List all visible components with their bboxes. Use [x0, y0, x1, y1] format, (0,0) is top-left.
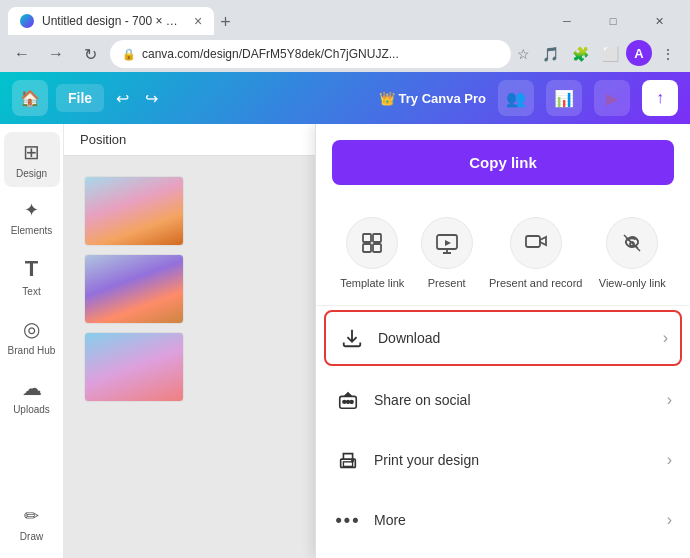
print-menu-item[interactable]: Print your design › [316, 430, 690, 490]
sidebar-item-design[interactable]: ⊞ Design [4, 132, 60, 187]
present-icon [421, 217, 473, 269]
tab-close-button[interactable]: × [194, 13, 202, 29]
tab-favicon [20, 14, 34, 28]
address-bar: ← → ↻ 🔒 canva.com/design/DAFrM5Y8dek/Ch7… [0, 36, 690, 72]
chrome-actions: 🎵 🧩 ⬜ A ⋮ [536, 40, 682, 68]
share-icon-template-link[interactable]: Template link [340, 217, 404, 289]
sidebar-item-text[interactable]: T Text [4, 248, 60, 305]
download-menu-item[interactable]: Download › [324, 310, 682, 366]
view-only-label: View-only link [599, 277, 666, 289]
share-social-chevron: › [667, 391, 672, 409]
sidebar-item-draw[interactable]: ✏ Draw [4, 497, 60, 550]
home-icon: 🏠 [20, 89, 40, 108]
address-input[interactable]: 🔒 canva.com/design/DAFrM5Y8dek/Ch7jGNUJZ… [110, 40, 511, 68]
svg-rect-3 [373, 244, 381, 252]
draw-icon: ✏ [24, 505, 39, 527]
people-button[interactable]: 👥 [498, 80, 534, 116]
try-pro-label: Try Canva Pro [399, 91, 486, 106]
chrome-menu-button[interactable]: ⋮ [654, 40, 682, 68]
window-controls: ─ □ ✕ [544, 6, 682, 36]
file-menu-button[interactable]: File [56, 84, 104, 112]
app-toolbar: 🏠 File ↩ ↪ 👑 Try Canva Pro 👥 📊 ▶ ↑ [0, 72, 690, 124]
forward-button[interactable]: → [42, 40, 70, 68]
svg-rect-2 [363, 244, 371, 252]
share-social-menu-item[interactable]: Share on social › [316, 370, 690, 430]
svg-rect-6 [526, 236, 540, 247]
share-icon: ↑ [656, 89, 664, 107]
redo-button[interactable]: ↪ [141, 85, 162, 112]
home-button[interactable]: 🏠 [12, 80, 48, 116]
close-button[interactable]: ✕ [636, 6, 682, 36]
undo-button[interactable]: ↩ [112, 85, 133, 112]
sidebar-label-draw: Draw [20, 531, 43, 542]
sidebar-item-uploads[interactable]: ☁ Uploads [4, 368, 60, 423]
position-label: Position [80, 132, 126, 147]
sidebar-item-elements[interactable]: ✦ Elements [4, 191, 60, 244]
share-icon-present-record[interactable]: Present and record [489, 217, 583, 289]
canvas-area: Position Copy link [64, 124, 690, 558]
browser-chrome: Untitled design - 700 × 400px × + ─ □ ✕ [0, 0, 690, 36]
sidebar-label-uploads: Uploads [13, 404, 50, 415]
bookmark-button[interactable]: ☆ [517, 46, 530, 62]
download-label: Download [378, 330, 663, 346]
sidebar-label-brand-hub: Brand Hub [8, 345, 56, 356]
chrome-profile-button[interactable]: 🎵 [536, 40, 564, 68]
more-chevron: › [667, 511, 672, 529]
active-tab[interactable]: Untitled design - 700 × 400px × [8, 7, 214, 35]
svg-point-8 [343, 400, 346, 403]
sidebar: ⊞ Design ✦ Elements T Text ◎ Brand Hub ☁… [0, 124, 64, 558]
copy-link-button[interactable]: Copy link [332, 140, 674, 185]
profile-avatar[interactable]: A [626, 40, 652, 66]
print-chevron: › [667, 451, 672, 469]
design-preview-2[interactable] [84, 254, 184, 324]
elements-icon: ✦ [24, 199, 39, 221]
more-menu-item[interactable]: ••• More › [316, 490, 690, 550]
tabs-area: Untitled design - 700 × 400px × + [8, 7, 544, 35]
present-record-icon [510, 217, 562, 269]
share-panel: Copy link Template link [315, 124, 690, 558]
sidebar-item-brand-hub[interactable]: ◎ Brand Hub [4, 309, 60, 364]
brand-hub-icon: ◎ [23, 317, 40, 341]
share-icons-row: Template link Present [316, 201, 690, 305]
download-chevron: › [663, 329, 668, 347]
app: 🏠 File ↩ ↪ 👑 Try Canva Pro 👥 📊 ▶ ↑ ⊞ Des… [0, 72, 690, 558]
share-icon-present[interactable]: Present [421, 217, 473, 289]
uploads-icon: ☁ [22, 376, 42, 400]
template-link-label: Template link [340, 277, 404, 289]
design-preview-1[interactable] [84, 176, 184, 246]
share-icon-view-only[interactable]: View-only link [599, 217, 666, 289]
svg-rect-1 [373, 234, 381, 242]
present-label: Present [428, 277, 466, 289]
refresh-button[interactable]: ↻ [76, 40, 104, 68]
template-link-icon [346, 217, 398, 269]
new-tab-button[interactable]: + [214, 10, 237, 35]
chart-button[interactable]: 📊 [546, 80, 582, 116]
sidebar-label-elements: Elements [11, 225, 53, 236]
svg-marker-5 [445, 240, 451, 246]
more-icon: ••• [334, 506, 362, 534]
back-button[interactable]: ← [8, 40, 36, 68]
main-area: ⊞ Design ✦ Elements T Text ◎ Brand Hub ☁… [0, 124, 690, 558]
share-menu: Download › [316, 305, 690, 550]
svg-rect-12 [343, 462, 352, 467]
design-previews [84, 176, 184, 402]
design-preview-3[interactable] [84, 332, 184, 402]
play-button[interactable]: ▶ [594, 80, 630, 116]
extensions-button[interactable]: 🧩 [566, 40, 594, 68]
people-icon: 👥 [506, 89, 526, 108]
share-panel-header: Copy link [316, 124, 690, 201]
tab-title: Untitled design - 700 × 400px [42, 14, 182, 28]
cast-button[interactable]: ⬜ [596, 40, 624, 68]
svg-rect-0 [363, 234, 371, 242]
share-social-icon [334, 386, 362, 414]
try-pro-button[interactable]: 👑 Try Canva Pro [379, 91, 486, 106]
download-icon [338, 324, 366, 352]
lock-icon: 🔒 [122, 48, 136, 61]
more-label: More [374, 512, 667, 528]
svg-point-13 [352, 460, 353, 461]
share-button[interactable]: ↑ [642, 80, 678, 116]
maximize-button[interactable]: □ [590, 6, 636, 36]
sidebar-label-design: Design [16, 168, 47, 179]
present-record-label: Present and record [489, 277, 583, 289]
minimize-button[interactable]: ─ [544, 6, 590, 36]
